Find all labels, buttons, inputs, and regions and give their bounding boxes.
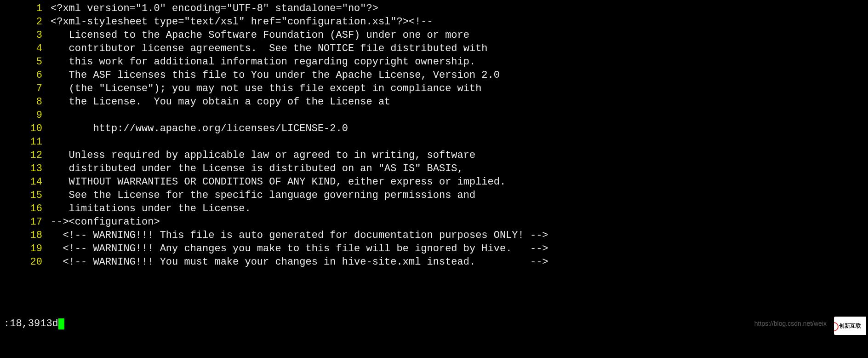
- code-line[interactable]: 11: [0, 135, 868, 149]
- line-number: 8: [0, 95, 51, 109]
- line-content: <!-- WARNING!!! Any changes you make to …: [51, 242, 548, 255]
- code-line[interactable]: 18 <!-- WARNING!!! This file is auto gen…: [0, 229, 868, 242]
- line-number: 12: [0, 149, 51, 162]
- code-line[interactable]: 20 <!-- WARNING!!! You must make your ch…: [0, 255, 868, 269]
- line-content: <?xml version="1.0" encoding="UTF-8" sta…: [51, 2, 378, 15]
- line-content: <?xml-stylesheet type="text/xsl" href="c…: [51, 15, 433, 29]
- line-number: 14: [0, 175, 51, 189]
- line-number: 16: [0, 202, 51, 215]
- line-number: 15: [0, 189, 51, 202]
- code-line[interactable]: 3 Licensed to the Apache Software Founda…: [0, 29, 868, 42]
- line-content: <!-- WARNING!!! This file is auto genera…: [51, 229, 548, 242]
- code-line[interactable]: 2<?xml-stylesheet type="text/xsl" href="…: [0, 15, 868, 29]
- code-line[interactable]: 4 contributor license agreements. See th…: [0, 42, 868, 55]
- line-content: --><configuration>: [51, 215, 160, 229]
- line-content: The ASF licenses this file to You under …: [51, 69, 500, 82]
- line-number: 9: [0, 109, 51, 122]
- line-content: Licensed to the Apache Software Foundati…: [51, 29, 469, 42]
- line-number: 18: [0, 229, 51, 242]
- cursor-block: [58, 318, 64, 329]
- code-line[interactable]: 6 The ASF licenses this file to You unde…: [0, 69, 868, 82]
- line-content: See the License for the specific languag…: [51, 189, 475, 202]
- line-number: 4: [0, 42, 51, 55]
- code-line[interactable]: 17--><configuration>: [0, 215, 868, 229]
- line-number: 17: [0, 215, 51, 229]
- line-content: this work for additional information reg…: [51, 55, 475, 69]
- code-line[interactable]: 13 distributed under the License is dist…: [0, 162, 868, 175]
- line-content: http://www.apache.org/licenses/LICENSE-2…: [51, 122, 348, 135]
- line-content: Unless required by applicable law or agr…: [51, 149, 475, 162]
- line-number: 5: [0, 55, 51, 69]
- watermark-logo: 创新互联: [834, 317, 866, 335]
- line-content: contributor license agreements. See the …: [51, 42, 488, 55]
- line-number: 19: [0, 242, 51, 255]
- code-line[interactable]: 14 WITHOUT WARRANTIES OR CONDITIONS OF A…: [0, 175, 868, 189]
- line-number: 13: [0, 162, 51, 175]
- code-line[interactable]: 1<?xml version="1.0" encoding="UTF-8" st…: [0, 2, 868, 15]
- line-number: 2: [0, 15, 51, 29]
- code-line[interactable]: 12 Unless required by applicable law or …: [0, 149, 868, 162]
- vim-command-line[interactable]: :18,3913d: [4, 317, 64, 330]
- watermark-url: https://blog.csdn.net/weix: [754, 317, 827, 330]
- code-line[interactable]: 16 limitations under the License.: [0, 202, 868, 215]
- line-content: WITHOUT WARRANTIES OR CONDITIONS OF ANY …: [51, 175, 506, 189]
- code-line[interactable]: 15 See the License for the specific lang…: [0, 189, 868, 202]
- terminal-editor[interactable]: 1<?xml version="1.0" encoding="UTF-8" st…: [0, 0, 868, 358]
- command-text: :18,3913d: [4, 317, 58, 330]
- code-line[interactable]: 5 this work for additional information r…: [0, 55, 868, 69]
- code-line[interactable]: 19 <!-- WARNING!!! Any changes you make …: [0, 242, 868, 255]
- code-line[interactable]: 9: [0, 109, 868, 122]
- line-content: the License. You may obtain a copy of th…: [51, 95, 390, 109]
- line-content: <!-- WARNING!!! You must make your chang…: [51, 255, 548, 269]
- line-number: 20: [0, 255, 51, 269]
- code-area[interactable]: 1<?xml version="1.0" encoding="UTF-8" st…: [0, 2, 868, 269]
- line-content: distributed under the License is distrib…: [51, 162, 463, 175]
- line-number: 6: [0, 69, 51, 82]
- line-number: 3: [0, 29, 51, 42]
- line-content: (the "License"); you may not use this fi…: [51, 82, 481, 95]
- watermark-logo-text: 创新互联: [839, 319, 861, 333]
- line-number: 1: [0, 2, 51, 15]
- line-content: limitations under the License.: [51, 202, 251, 215]
- line-number: 7: [0, 82, 51, 95]
- code-line[interactable]: 10 http://www.apache.org/licenses/LICENS…: [0, 122, 868, 135]
- code-line[interactable]: 7 (the "License"); you may not use this …: [0, 82, 868, 95]
- line-number: 10: [0, 122, 51, 135]
- code-line[interactable]: 8 the License. You may obtain a copy of …: [0, 95, 868, 109]
- line-number: 11: [0, 135, 51, 149]
